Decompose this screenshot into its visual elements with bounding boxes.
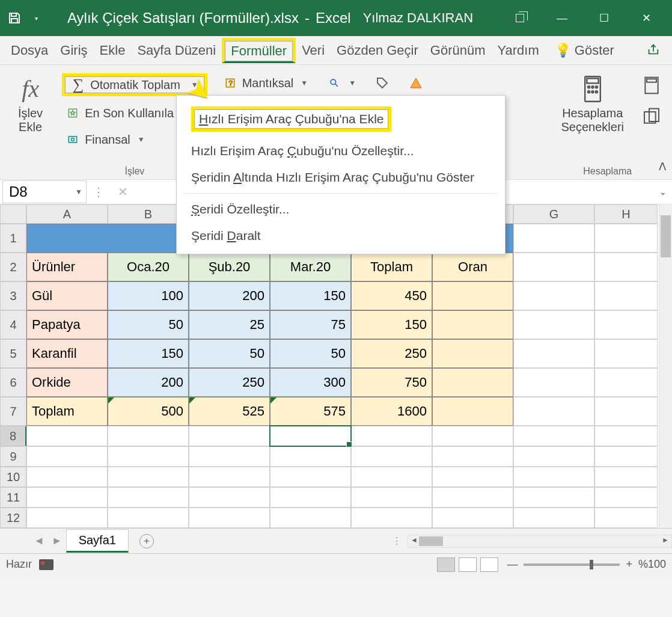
view-page-layout-button[interactable] [459, 557, 477, 572]
cell[interactable] [189, 508, 270, 528]
cell[interactable]: 150 [351, 310, 432, 339]
zoom-slider[interactable]: — + %100 [507, 558, 666, 571]
cell[interactable] [513, 281, 594, 310]
scroll-right-icon[interactable]: ► [662, 536, 669, 544]
macro-record-icon[interactable] [39, 559, 53, 570]
cell[interactable] [432, 281, 513, 310]
row-header-7[interactable]: 7 [0, 397, 26, 426]
collapse-ribbon-icon[interactable]: ᐱ [659, 160, 666, 173]
cell[interactable]: Ürünler [26, 253, 108, 281]
cell[interactable]: Toplam [26, 397, 108, 426]
cell[interactable]: 300 [270, 368, 351, 397]
error-check-button[interactable] [405, 73, 427, 93]
cell[interactable] [26, 487, 108, 508]
cell[interactable] [594, 224, 658, 253]
cell[interactable] [513, 426, 594, 446]
sheet-nav-next-icon[interactable]: ► [52, 535, 63, 547]
cell[interactable] [594, 508, 658, 528]
cell[interactable] [351, 426, 432, 446]
calc-options-button[interactable]: Hesaplama Seçenekleri [554, 70, 631, 139]
tell-me-search[interactable]: 💡 Göster [549, 38, 620, 63]
tab-help[interactable]: Yardım [492, 38, 545, 63]
menu-customize-ribbon[interactable]: Şeridi Özelleştir... [177, 196, 505, 223]
view-normal-button[interactable] [437, 557, 455, 572]
cell[interactable] [189, 487, 270, 508]
calc-sheet-icon[interactable] [642, 107, 661, 129]
calc-now-icon[interactable] [642, 76, 661, 97]
tab-page-layout[interactable]: Sayfa Düzeni [131, 38, 222, 63]
cell[interactable]: 575 [270, 397, 351, 426]
cell[interactable]: 200 [108, 368, 189, 397]
cell[interactable]: Mar.20 [270, 253, 351, 281]
zoom-track[interactable] [524, 563, 620, 566]
cell[interactable] [26, 467, 108, 487]
cell[interactable]: 250 [351, 339, 432, 368]
view-page-break-button[interactable] [480, 557, 498, 572]
cell[interactable] [594, 397, 658, 426]
restore-window-icon[interactable] [499, 6, 541, 30]
col-header-G[interactable]: G [513, 204, 594, 224]
cell[interactable] [513, 368, 594, 397]
name-box[interactable]: D8 ▼ [2, 180, 87, 203]
cell[interactable] [270, 487, 351, 508]
cell[interactable] [189, 446, 270, 467]
zoom-thumb[interactable] [590, 560, 593, 569]
cell[interactable] [108, 467, 189, 487]
scrollbar-thumb[interactable] [419, 536, 443, 546]
cell[interactable] [513, 508, 594, 528]
cell[interactable]: 525 [189, 397, 270, 426]
insert-function-button[interactable]: fx İşlev Ekle [11, 70, 50, 139]
save-icon[interactable] [5, 8, 24, 28]
selected-cell[interactable] [270, 426, 351, 446]
minimize-button[interactable]: — [541, 6, 583, 30]
cell[interactable]: Şub.20 [189, 253, 270, 281]
row-header-2[interactable]: 2 [0, 253, 26, 281]
row-header-4[interactable]: 4 [0, 310, 26, 339]
cell[interactable]: Oca.20 [108, 253, 189, 281]
horizontal-scrollbar[interactable]: ◄ ► [408, 535, 672, 548]
vertical-scrollbar[interactable] [659, 204, 672, 528]
zoom-percent[interactable]: %100 [638, 558, 666, 571]
cell[interactable]: 75 [270, 310, 351, 339]
tab-insert[interactable]: Ekle [94, 38, 132, 63]
cell[interactable]: 1600 [351, 397, 432, 426]
row-header-5[interactable]: 5 [0, 339, 26, 368]
row-header-9[interactable]: 9 [0, 446, 26, 467]
menu-collapse-ribbon[interactable]: Şeridi Daralt [177, 223, 505, 249]
cell[interactable] [351, 467, 432, 487]
cell[interactable]: Papatya [26, 310, 108, 339]
cell[interactable]: 25 [189, 310, 270, 339]
cell[interactable] [432, 368, 513, 397]
sheet-nav-prev-icon[interactable]: ◄ [34, 535, 44, 547]
cell[interactable] [432, 426, 513, 446]
cell[interactable] [432, 508, 513, 528]
sheet-tab[interactable]: Sayfa1 [66, 529, 129, 553]
cell[interactable]: Oran [432, 253, 513, 281]
cell[interactable]: 150 [270, 281, 351, 310]
tab-review[interactable]: Gözden Geçir [331, 38, 424, 63]
cell[interactable] [513, 467, 594, 487]
cell[interactable] [432, 397, 513, 426]
cell[interactable] [189, 426, 270, 446]
cell[interactable] [432, 339, 513, 368]
scrollbar-thumb[interactable] [661, 215, 671, 257]
cell[interactable]: 150 [108, 339, 189, 368]
cell[interactable] [594, 339, 658, 368]
cell[interactable] [270, 467, 351, 487]
cell[interactable] [594, 487, 658, 508]
cell[interactable] [513, 310, 594, 339]
cell[interactable] [270, 508, 351, 528]
cell[interactable] [594, 446, 658, 467]
logical-button[interactable]: ? Mantıksal ▼ [219, 73, 311, 93]
scroll-left-icon[interactable]: ◄ [411, 536, 418, 544]
cell[interactable] [270, 446, 351, 467]
select-all-corner[interactable] [0, 204, 26, 224]
tab-view[interactable]: Görünüm [424, 38, 492, 63]
cell[interactable]: 500 [108, 397, 189, 426]
cancel-formula-icon[interactable]: ✕ [111, 185, 135, 199]
menu-show-qat-below[interactable]: Şeridin Altında Hızlı Erişim Araç Çubuğu… [177, 164, 505, 191]
cell[interactable] [594, 253, 658, 281]
row-header-6[interactable]: 6 [0, 368, 26, 397]
share-icon[interactable] [640, 39, 667, 62]
recently-used-button[interactable]: En Son Kullanıla [62, 103, 177, 123]
